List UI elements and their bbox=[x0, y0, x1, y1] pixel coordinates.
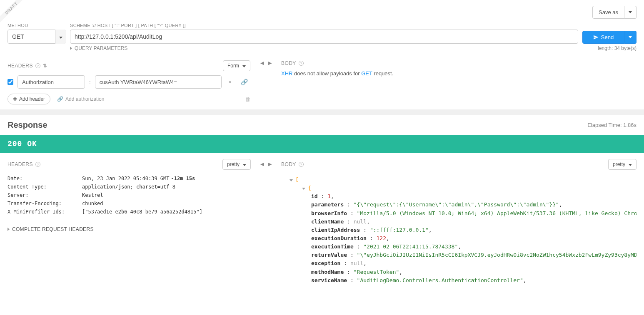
body-section-label: BODY bbox=[281, 60, 296, 66]
key-icon: 🔗 bbox=[57, 96, 63, 102]
add-authorization-link[interactable]: 🔗Add authorization bbox=[57, 96, 104, 102]
response-body-format[interactable]: pretty bbox=[608, 159, 637, 170]
json-prop: returnValue : "\"eyJhbGciOiJIUzI1NiIsInR… bbox=[281, 251, 637, 259]
json-prop: clientName : null, bbox=[281, 218, 637, 226]
send-caret[interactable] bbox=[624, 31, 637, 44]
header-link-button[interactable]: 🔗 bbox=[238, 77, 250, 87]
header-row: Content-Type:application/json; charset=u… bbox=[7, 184, 251, 190]
collapse-right-handle[interactable]: ▶ bbox=[266, 159, 274, 169]
help-icon[interactable]: ? bbox=[299, 162, 304, 167]
length-indicator: length: 34 byte(s) bbox=[598, 45, 637, 51]
save-as-button[interactable]: Save as bbox=[592, 6, 624, 19]
xhr-note: XHR does not allow payloads for GET requ… bbox=[281, 70, 637, 77]
elapsed-time: Elapsed Time: 1.86s bbox=[587, 122, 637, 128]
collapse-left-handle[interactable]: ◀ bbox=[258, 58, 266, 68]
json-prop: exception : null, bbox=[281, 259, 637, 268]
chevron-right-icon bbox=[7, 226, 10, 232]
help-icon[interactable]: ? bbox=[35, 162, 40, 167]
save-as-split[interactable]: Save as bbox=[592, 6, 637, 19]
headers-section-label: HEADERS bbox=[7, 63, 33, 69]
complete-request-headers-toggle[interactable]: COMPLETE REQUEST HEADERS bbox=[7, 226, 251, 232]
method-label: METHOD bbox=[7, 23, 66, 28]
json-prop: clientIpAddress : "::ffff:127.0.0.1", bbox=[281, 226, 637, 234]
headers-format-select[interactable]: Form bbox=[223, 60, 250, 71]
json-prop: id : 1, bbox=[281, 192, 637, 201]
query-parameters-toggle[interactable]: QUERY PARAMETERS bbox=[70, 45, 127, 51]
url-label: SCHEME :// HOST [ ":" PORT ] [ PATH [ "?… bbox=[70, 23, 578, 28]
json-prop: browserInfo : "Mozilla/5.0 (Windows NT 1… bbox=[281, 209, 637, 218]
header-row: Transfer-Encoding:chunked bbox=[7, 201, 251, 206]
header-value-input[interactable] bbox=[95, 75, 222, 89]
collapse-left-handle[interactable]: ◀ bbox=[258, 159, 266, 169]
json-prop: methodName : "RequestToken", bbox=[281, 268, 637, 276]
response-headers-format[interactable]: pretty bbox=[222, 159, 251, 170]
json-prop: serviceName : "AuditLogDemo.Controllers.… bbox=[281, 276, 637, 285]
pane-divider[interactable] bbox=[266, 161, 266, 285]
header-row: Server:Kestrel bbox=[7, 192, 251, 198]
json-prop: executionTime : "2021-02-06T22:41:15.787… bbox=[281, 243, 637, 251]
add-header-button[interactable]: ✚Add header bbox=[7, 94, 50, 104]
chevron-right-icon bbox=[70, 45, 72, 51]
save-as-caret[interactable] bbox=[624, 6, 637, 19]
send-button[interactable]: Send bbox=[582, 31, 624, 44]
json-body-tree: [ { id : 1,parameters : "{\"request\":{\… bbox=[281, 176, 637, 285]
link-icon: 🔗 bbox=[241, 79, 248, 85]
collapse-toggle-icon[interactable] bbox=[290, 177, 293, 184]
json-prop: executionDuration : 122, bbox=[281, 234, 637, 243]
method-select[interactable] bbox=[7, 30, 66, 44]
colon-label: : bbox=[89, 79, 91, 85]
header-row: Date:Sun, 23 Jan 2022 05:40:39 GMT -12m … bbox=[7, 176, 251, 181]
status-bar: 200 OK bbox=[0, 135, 644, 153]
close-icon: × bbox=[228, 79, 232, 85]
json-prop: parameters : "{\"request\":{\"Username\"… bbox=[281, 201, 637, 209]
response-headers-label: HEADERS bbox=[7, 161, 33, 167]
collapse-toggle-icon[interactable] bbox=[302, 185, 305, 192]
header-name-input[interactable] bbox=[17, 75, 85, 89]
help-icon[interactable]: ? bbox=[35, 63, 40, 68]
trash-icon[interactable]: 🗑 bbox=[245, 96, 250, 102]
response-body-label: BODY bbox=[281, 161, 296, 167]
header-enabled-checkbox[interactable] bbox=[7, 79, 13, 85]
collapse-right-handle[interactable]: ▶ bbox=[266, 58, 274, 68]
plus-icon: ✚ bbox=[13, 96, 17, 102]
paper-plane-icon bbox=[593, 35, 599, 40]
header-row: X-MiniProfiler-Ids:["537aed1e-e2b6-40c8-… bbox=[7, 209, 251, 215]
response-headers-table: Date:Sun, 23 Jan 2022 05:40:39 GMT -12m … bbox=[7, 176, 251, 215]
section-gap bbox=[0, 109, 644, 115]
sort-icon[interactable]: ⇅ bbox=[43, 63, 47, 69]
url-input[interactable] bbox=[70, 30, 578, 44]
remove-header-button[interactable]: × bbox=[226, 77, 234, 87]
help-icon[interactable]: ? bbox=[299, 61, 304, 66]
response-title: Response bbox=[7, 120, 47, 130]
